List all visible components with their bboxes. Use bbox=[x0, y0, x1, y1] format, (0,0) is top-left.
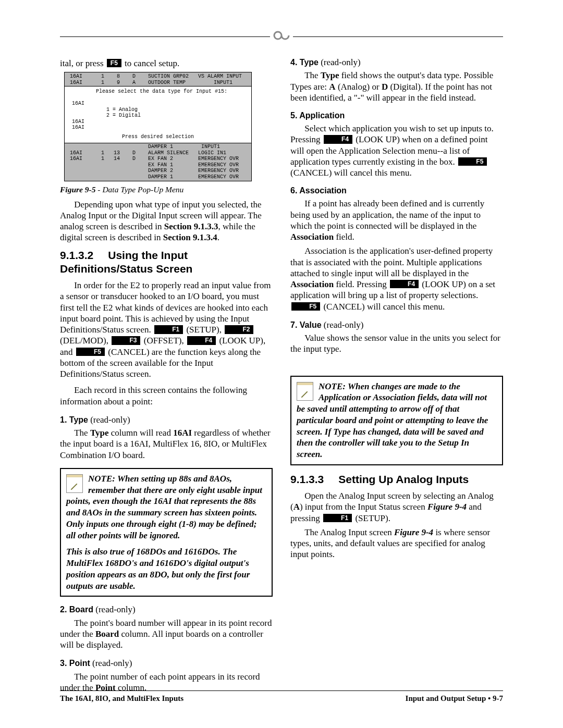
read-only-label: (read-only) bbox=[88, 415, 130, 425]
item-3-point: 3. Point (read-only) bbox=[60, 658, 273, 669]
txt: to cancel setup. bbox=[125, 58, 179, 68]
para: If a point has already been defined and … bbox=[290, 198, 503, 242]
intro-line: ital, or press F5 to cancel setup. bbox=[60, 58, 273, 69]
footer-right: Input and Output Setup • 9-7 bbox=[406, 694, 503, 703]
f3-key-icon: F3 bbox=[112, 336, 140, 344]
para: Open the Analog Input screen by selectin… bbox=[290, 490, 503, 524]
read-only-label: (read-only) bbox=[322, 320, 364, 330]
fig-row: DAMPER 2 EMERGENCY OVR bbox=[67, 168, 239, 174]
figure-caption: Figure 9-5 - Data Type Pop-Up Menu bbox=[60, 184, 273, 194]
f1-key-icon: F1 bbox=[154, 325, 183, 334]
f4-key-icon: F4 bbox=[324, 135, 352, 143]
fig-row: 16AI 1 13 D ALARM SILENCE LOGIC IN1 OFF bbox=[67, 150, 252, 156]
fig-opt: 1 = Analog bbox=[67, 107, 249, 113]
figure-ref: Figure 9-4 bbox=[427, 502, 467, 512]
footer-left: The 16AI, 8IO, and MultiFlex Inputs bbox=[60, 694, 183, 703]
read-only-label: (read-only) bbox=[319, 57, 361, 67]
heading-text: Setting Up Analog Inputs bbox=[338, 473, 469, 485]
read-only-label: (read-only) bbox=[90, 658, 132, 668]
f5-key-icon: F5 bbox=[291, 302, 320, 311]
figure-9-5: 16AI 1 8 D SUCTION GRP02 VS ALARM INPUT … bbox=[64, 72, 252, 181]
fig-press: Press desired selection bbox=[67, 134, 249, 140]
note-text: NOTE: When setting up 88s and 8AOs, reme… bbox=[66, 473, 266, 541]
fig-prompt: Please select the data type for Input #1… bbox=[67, 89, 249, 95]
para: Value shows the sensor value in the unit… bbox=[290, 332, 503, 355]
note-pencil-icon bbox=[297, 382, 313, 401]
fig-row: EX FAN 1 EMERGENCY OVR bbox=[67, 162, 239, 168]
f1-key-icon: F1 bbox=[323, 514, 352, 522]
f5-key-icon: F5 bbox=[107, 59, 121, 67]
heading-number: 9.1.3.3 bbox=[290, 473, 324, 485]
fig-row: 16AI 1 8 D SUCTION GRP02 VS ALARM INPUT … bbox=[67, 73, 252, 80]
para: Association is the application's user-de… bbox=[290, 245, 503, 312]
txt: ital, or press bbox=[60, 58, 104, 68]
f5-key-icon: F5 bbox=[76, 348, 105, 356]
para: The Type field shows the output's data t… bbox=[290, 70, 503, 103]
f5-key-icon: F5 bbox=[458, 157, 487, 166]
fig-row: 16AI NONE bbox=[69, 119, 252, 125]
logo-icon bbox=[270, 30, 293, 43]
para: Each record in this screen contains the … bbox=[60, 385, 273, 407]
section-ref: Section 9.1.3.4 bbox=[163, 232, 217, 242]
note-text: This is also true of 168DOs and 1616DOs.… bbox=[66, 546, 266, 591]
f4-key-icon: F4 bbox=[390, 280, 419, 288]
para: The Type column will read 16AI regardles… bbox=[60, 427, 273, 461]
caption-label: Figure 9-5 bbox=[60, 185, 95, 194]
item-1-type: 1. Type (read-only) bbox=[60, 414, 273, 425]
section-heading-9-1-3-2: 9.1.3.2Using the Input Definitions/Statu… bbox=[60, 249, 273, 276]
fig-row: 16AI NONE bbox=[69, 125, 252, 131]
figure-ref: Figure 9-4 bbox=[394, 527, 433, 537]
read-only-label: (read-only) bbox=[93, 604, 136, 614]
right-column: 4. Type (read-only) The Type field shows… bbox=[290, 57, 503, 693]
f4-key-icon: F4 bbox=[187, 336, 216, 344]
para: The point number of each point appears i… bbox=[60, 671, 273, 694]
note-box-2: NOTE: When changes are made to the Appli… bbox=[290, 376, 503, 465]
para: In order for the E2 to properly read an … bbox=[60, 280, 273, 379]
header-rule bbox=[60, 36, 503, 37]
fig-row: 16AI 1 9 A OUTDOOR TEMP INPUT1 NONE bbox=[67, 80, 252, 86]
para: The point's board number will appear in … bbox=[60, 618, 273, 651]
item-2-board: 2. Board (read-only) bbox=[60, 604, 273, 615]
f2-key-icon: F2 bbox=[225, 325, 253, 334]
para: Select which application you wish to set… bbox=[290, 123, 503, 178]
section-ref: Section 9.1.3.3 bbox=[164, 221, 218, 231]
note-box-1: NOTE: When setting up 88s and 8AOs, reme… bbox=[60, 468, 273, 597]
fig-row: DAMPER 1 EMERGENCY OVR bbox=[67, 174, 239, 180]
caption-text: - Data Type Pop-Up Menu bbox=[95, 185, 183, 194]
item-5-application: 5. Application bbox=[290, 110, 503, 121]
para: Depending upon what type of input you se… bbox=[60, 199, 273, 243]
fig-row: DAMPER 1 INPUT1 bbox=[67, 144, 220, 150]
page-footer: The 16AI, 8IO, and MultiFlex Inputs Inpu… bbox=[60, 690, 503, 703]
note-pencil-icon bbox=[66, 474, 83, 493]
item-6-association: 6. Association bbox=[290, 186, 503, 196]
fig-opt: 2 = Digital bbox=[67, 113, 249, 119]
para: The Analog Input screen Figure 9-4 is wh… bbox=[290, 527, 503, 560]
item-4-type: 4. Type (read-only) bbox=[290, 57, 503, 68]
section-heading-9-1-3-3: 9.1.3.3Setting Up Analog Inputs bbox=[290, 473, 503, 486]
fig-row: 16AI bbox=[69, 101, 84, 107]
note-text: NOTE: When changes are made to the Appli… bbox=[297, 381, 497, 460]
heading-number: 9.1.3.2 bbox=[60, 249, 93, 261]
fig-row: 16AI 1 14 D EX FAN 2 EMERGENCY OVR OFF bbox=[67, 156, 252, 162]
left-column: ital, or press F5 to cancel setup. 16AI … bbox=[60, 57, 273, 693]
item-7-value: 7. Value (read-only) bbox=[290, 319, 503, 330]
